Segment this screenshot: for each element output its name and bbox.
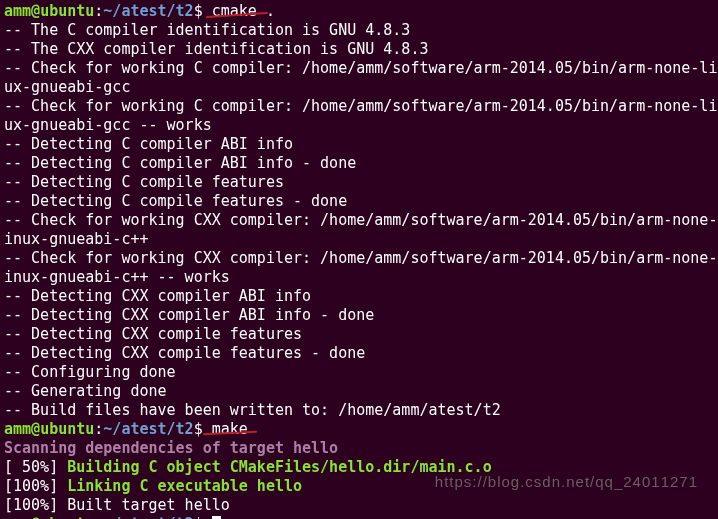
prompt-path: ~/atest/t2	[103, 420, 193, 438]
prompt-line-2[interactable]: amm@ubuntu:~/atest/t2$ make	[4, 420, 714, 439]
prompt-line-3[interactable]: amm@ubuntu:~/atest/t2$	[4, 515, 714, 519]
output-line: -- Detecting CXX compiler ABI info	[4, 287, 714, 306]
prompt-host: ubuntu	[40, 420, 94, 438]
output-line: -- Detecting C compiler ABI info - done	[4, 154, 714, 173]
prompt-dollar: $	[194, 420, 203, 438]
progress-pct: [ 50%]	[4, 458, 67, 476]
prompt-host: ubuntu	[40, 515, 94, 519]
output-line: -- Generating done	[4, 382, 714, 401]
prompt-user: amm	[4, 515, 31, 519]
output-line: -- Check for working C compiler: /home/a…	[4, 97, 714, 116]
output-line: -- Detecting C compiler ABI info	[4, 135, 714, 154]
output-line: -- Detecting C compile features	[4, 173, 714, 192]
prompt-at: @	[31, 420, 40, 438]
progress-pct: [100%]	[4, 477, 67, 495]
output-line: -- The C compiler identification is GNU …	[4, 21, 714, 40]
output-line: ux-gnueabi-gcc -- works	[4, 116, 714, 135]
prompt-path: ~/atest/t2	[103, 2, 193, 20]
command-make: make	[212, 420, 248, 438]
prompt-user: amm	[4, 2, 31, 20]
prompt-at: @	[31, 515, 40, 519]
watermark: https://blog.csdn.net/qq_24011271	[435, 472, 698, 491]
prompt-user: amm	[4, 420, 31, 438]
link-message: Linking C executable hello	[67, 477, 302, 495]
output-line: -- Detecting C compile features - done	[4, 192, 714, 211]
output-line: -- Check for working C compiler: /home/a…	[4, 59, 714, 78]
output-line: -- Check for working CXX compiler: /home…	[4, 211, 714, 230]
output-line: -- Build files have been written to: /ho…	[4, 401, 714, 420]
build-message: Building C object CMakeFiles/hello.dir/m…	[67, 458, 491, 476]
prompt-line-1[interactable]: amm@ubuntu:~/atest/t2$ cmake .	[4, 2, 714, 21]
output-line: ux-gnueabi-gcc	[4, 78, 714, 97]
prompt-path: ~/atest/t2	[103, 515, 193, 519]
prompt-colon: :	[94, 420, 103, 438]
prompt-dollar: $	[194, 515, 203, 519]
output-line: -- Detecting CXX compile features - done	[4, 344, 714, 363]
output-built: [100%] Built target hello	[4, 496, 714, 515]
prompt-host: ubuntu	[40, 2, 94, 20]
prompt-colon: :	[94, 515, 103, 519]
output-scanning: Scanning dependencies of target hello	[4, 439, 714, 458]
prompt-at: @	[31, 2, 40, 20]
output-line: -- Configuring done	[4, 363, 714, 382]
prompt-colon: :	[94, 2, 103, 20]
output-line: -- Check for working CXX compiler: /home…	[4, 249, 714, 268]
output-line: -- The CXX compiler identification is GN…	[4, 40, 714, 59]
prompt-dollar: $	[194, 2, 203, 20]
output-line: -- Detecting CXX compiler ABI info - don…	[4, 306, 714, 325]
output-line: inux-gnueabi-c++	[4, 230, 714, 249]
output-line: inux-gnueabi-c++ -- works	[4, 268, 714, 287]
output-line: -- Detecting CXX compile features	[4, 325, 714, 344]
